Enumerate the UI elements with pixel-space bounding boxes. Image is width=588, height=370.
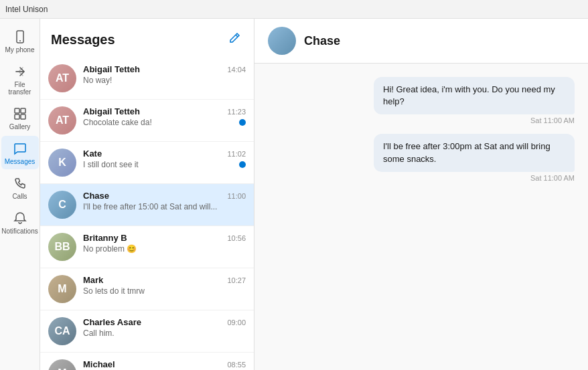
message-list-item[interactable]: CA Charles Asare 09:00 Call him.: [40, 310, 254, 353]
message-info: Kate 11:02 I still dont see it: [83, 149, 246, 169]
my-phone-icon: [13, 29, 27, 44]
svg-point-1: [19, 40, 21, 41]
contact-avatar: M: [48, 359, 76, 370]
sidebar-item-label: My phone: [5, 46, 35, 54]
message-info: Charles Asare 09:00 Call him.: [83, 317, 246, 338]
message-list-item[interactable]: M Mark 10:27 So lets do it tmrw: [40, 268, 254, 310]
message-info: Abigail Tetteh 14:04 No way!: [83, 64, 246, 85]
sidebar-item-calls[interactable]: Calls: [1, 171, 39, 204]
contact-avatar: K: [48, 149, 76, 177]
icon-sidebar: My phone File transfer Gallery Messages …: [0, 19, 40, 370]
sidebar-item-gallery[interactable]: Gallery: [1, 101, 39, 134]
chat-panel: Chase Hi! Great idea, i'm with you. Do y…: [254, 19, 588, 370]
message-time: 09:00: [227, 318, 246, 327]
message-time: 10:27: [227, 276, 246, 284]
message-info: Chase 11:00 I'll be free after 15:00 at …: [83, 191, 246, 211]
svg-rect-2: [15, 108, 19, 113]
sidebar-item-my-phone[interactable]: My phone: [1, 24, 39, 58]
message-time: 11:02: [227, 150, 246, 158]
message-list-item[interactable]: AT Abigail Tetteh 11:23 Chocolate cake d…: [40, 100, 254, 142]
chat-message-container: I'll be free after 3:00pm at Sat and wil…: [374, 134, 575, 181]
contact-name: Chase: [83, 191, 109, 201]
chat-bubble: I'll be free after 3:00pm at Sat and wil…: [374, 134, 575, 171]
message-preview: No problem 😊: [83, 244, 246, 254]
chat-header: Chase: [254, 19, 588, 64]
chat-message-time: Sat 11:00 AM: [530, 174, 575, 182]
message-list-item[interactable]: AT Abigail Tetteh 14:04 No way!: [40, 58, 254, 100]
message-preview: I still dont see it: [83, 160, 246, 169]
contact-name: Mark: [83, 275, 103, 285]
sidebar-item-notifications[interactable]: Notifications: [1, 205, 39, 239]
messages-icon: [13, 141, 27, 156]
message-list-item[interactable]: C Chase 11:00 I'll be free after 15:00 a…: [40, 184, 254, 226]
message-info: Mark 10:27 So lets do it tmrw: [83, 275, 246, 296]
message-preview: I'll be free after 15:00 at Sat and will…: [83, 202, 246, 211]
svg-rect-5: [21, 114, 25, 119]
message-list-item[interactable]: M Michael 08:55 Sure! I'll come: [40, 353, 254, 370]
contact-avatar: M: [48, 275, 76, 303]
svg-rect-3: [21, 108, 25, 113]
contact-name: Charles Asare: [83, 317, 141, 327]
contact-avatar: AT: [48, 64, 76, 92]
messages-header: Messages: [40, 19, 254, 58]
contact-name: Britanny B: [83, 233, 127, 243]
sidebar-item-label: Gallery: [9, 123, 31, 130]
message-list-item[interactable]: BB Britanny B 10:56 No problem 😊: [40, 226, 254, 268]
chat-contact-avatar: [268, 27, 296, 55]
calls-icon: [13, 176, 27, 191]
message-time: 11:23: [227, 108, 246, 116]
contact-avatar: CA: [48, 317, 76, 345]
contact-avatar: BB: [48, 233, 76, 261]
message-preview: So lets do it tmrw: [83, 286, 246, 296]
unread-indicator: [239, 119, 246, 126]
contact-name: Abigail Tetteh: [83, 106, 140, 116]
messages-title: Messages: [51, 32, 115, 48]
app-title: Intel Unison: [5, 5, 48, 14]
compose-button[interactable]: [226, 29, 243, 50]
sidebar-item-file-transfer[interactable]: File transfer: [1, 59, 39, 100]
contact-name: Michael: [83, 359, 115, 369]
message-list-item[interactable]: K Kate 11:02 I still dont see it: [40, 142, 254, 184]
messages-panel: Messages AT Abigail Tetteh 14:04 No way!: [40, 19, 254, 370]
chat-contact-name: Chase: [304, 34, 340, 48]
sidebar-item-label: Calls: [12, 193, 27, 200]
contact-name: Abigail Tetteh: [83, 64, 140, 74]
file-transfer-icon: [13, 64, 27, 79]
app-content: My phone File transfer Gallery Messages …: [0, 19, 588, 370]
messages-list: AT Abigail Tetteh 14:04 No way! AT Abiga…: [40, 58, 254, 370]
chat-bubble: Hi! Great idea, i'm with you. Do you nee…: [374, 77, 575, 114]
unread-indicator: [239, 161, 246, 168]
message-preview: No way!: [83, 76, 246, 85]
svg-rect-4: [15, 114, 19, 119]
message-preview: Chocolate cake da!: [83, 118, 246, 127]
message-preview: Call him.: [83, 329, 246, 338]
title-bar: Intel Unison: [0, 0, 588, 19]
sidebar-item-messages[interactable]: Messages: [1, 136, 39, 169]
contact-avatar: AT: [48, 106, 76, 134]
message-time: 10:56: [227, 234, 246, 242]
message-info: Abigail Tetteh 11:23 Chocolate cake da!: [83, 106, 246, 127]
sidebar-item-label: Messages: [5, 158, 35, 165]
contact-avatar: C: [48, 191, 76, 219]
gallery-icon: [13, 106, 27, 121]
chat-messages: Hi! Great idea, i'm with you. Do you nee…: [254, 64, 588, 370]
contact-name: Kate: [83, 149, 102, 159]
message-time: 14:04: [227, 66, 246, 74]
chat-message-container: Hi! Great idea, i'm with you. Do you nee…: [374, 77, 575, 124]
message-time: 11:00: [227, 192, 246, 200]
sidebar-item-label: File transfer: [4, 81, 36, 96]
message-time: 08:55: [227, 361, 246, 369]
chat-message-time: Sat 11:00 AM: [530, 116, 575, 124]
message-info: Britanny B 10:56 No problem 😊: [83, 233, 246, 254]
message-info: Michael 08:55 Sure! I'll come: [83, 359, 246, 370]
sidebar-item-label: Notifications: [1, 227, 38, 235]
notifications-icon: [13, 211, 27, 225]
